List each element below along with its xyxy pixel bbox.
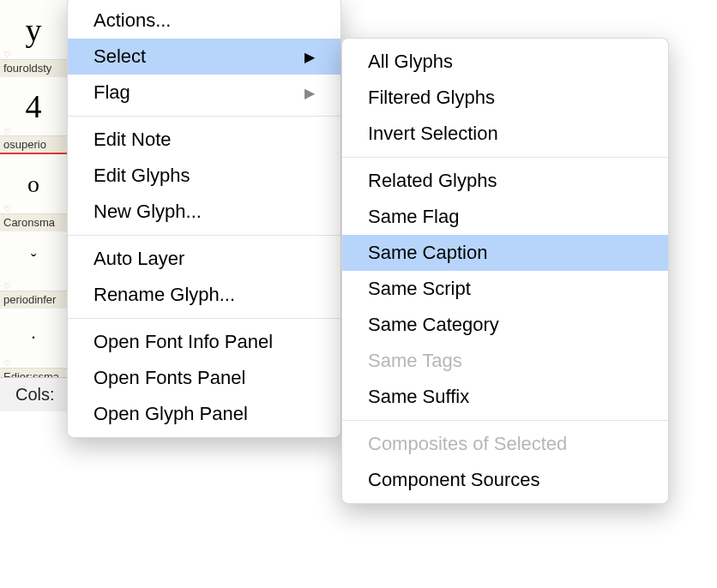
submenu-item-component-sources[interactable]: Component Sources (342, 462, 668, 498)
heart-icon: ♡ (3, 281, 11, 291)
heart-icon: ♡ (3, 127, 11, 136)
menu-label: Composites of Selected (368, 433, 567, 455)
submenu-item-same-category[interactable]: Same Category (342, 307, 668, 343)
menu-separator (342, 157, 668, 158)
menu-item-auto-layer[interactable]: Auto Layer (68, 241, 340, 277)
menu-label: Same Caption (368, 242, 487, 264)
submenu-item-same-tags: Same Tags (342, 343, 668, 379)
menu-label: Same Script (368, 278, 471, 300)
menu-label: Filtered Glyphs (368, 87, 495, 109)
submenu-item-same-caption[interactable]: Same Caption (342, 235, 668, 271)
menu-label: Auto Layer (93, 248, 184, 270)
menu-item-open-font-info[interactable]: Open Font Info Panel (68, 324, 340, 360)
menu-label: Edit Glyphs (93, 165, 190, 187)
menu-label: Edit Note (93, 129, 172, 151)
glyph-grid-column: y ♡ fouroldsty 4 ♡ osuperio o ♡ Caronsma… (0, 0, 67, 386)
menu-item-open-fonts-panel[interactable]: Open Fonts Panel (68, 360, 340, 396)
menu-item-rename-glyph[interactable]: Rename Glyph... (68, 277, 340, 313)
submenu-item-same-script[interactable]: Same Script (342, 271, 668, 307)
glyph-label: Caronsma (0, 213, 67, 231)
menu-label: Flag (93, 81, 130, 104)
submenu-item-composites-selected: Composites of Selected (342, 426, 668, 462)
menu-label: Same Category (368, 314, 499, 336)
submenu-item-invert-selection[interactable]: Invert Selection (342, 116, 668, 152)
menu-item-actions[interactable]: Actions... (68, 3, 340, 39)
menu-label: Actions... (93, 9, 171, 32)
submenu-item-filtered-glyphs[interactable]: Filtered Glyphs (342, 80, 668, 116)
menu-item-edit-note[interactable]: Edit Note (68, 122, 340, 158)
menu-label: Open Glyph Panel (93, 403, 248, 425)
menu-label: Open Font Info Panel (93, 331, 273, 353)
chevron-right-icon: ▶ (304, 85, 315, 101)
glyph-cell[interactable]: ˇ ♡ periodinfer (0, 231, 67, 309)
glyph-label: osuperio (0, 135, 67, 153)
submenu-item-all-glyphs[interactable]: All Glyphs (342, 44, 668, 80)
glyph-cell[interactable]: o ♡ Caronsma (0, 154, 67, 231)
glyph-label: fouroldsty (0, 59, 67, 76)
menu-label: Rename Glyph... (93, 284, 235, 306)
menu-label: Open Fonts Panel (93, 367, 245, 389)
submenu-select: All Glyphs Filtered Glyphs Invert Select… (341, 38, 669, 504)
menu-separator (68, 235, 340, 236)
menu-item-edit-glyphs[interactable]: Edit Glyphs (68, 158, 340, 194)
menu-label: Select (93, 45, 146, 68)
submenu-item-related-glyphs[interactable]: Related Glyphs (342, 163, 668, 199)
glyph-cell[interactable]: · ♡ Edier:ssma (0, 309, 67, 386)
context-menu: Actions... Select ▶ Flag ▶ Edit Note Edi… (67, 0, 341, 438)
heart-icon: ♡ (3, 204, 11, 213)
menu-label: New Glyph... (93, 201, 202, 223)
menu-label: Same Tags (368, 350, 462, 372)
menu-label: All Glyphs (368, 51, 453, 73)
menu-item-open-glyph-panel[interactable]: Open Glyph Panel (68, 396, 340, 432)
menu-item-flag[interactable]: Flag ▶ (68, 75, 340, 111)
menu-separator (342, 420, 668, 421)
menu-separator (68, 318, 340, 319)
menu-item-new-glyph[interactable]: New Glyph... (68, 194, 340, 230)
glyph-label: periodinfer (0, 291, 67, 308)
submenu-item-same-suffix[interactable]: Same Suffix (342, 379, 668, 415)
submenu-item-same-flag[interactable]: Same Flag (342, 199, 668, 235)
menu-label: Related Glyphs (368, 170, 497, 192)
menu-label: Invert Selection (368, 123, 498, 145)
menu-label: Same Flag (368, 206, 459, 228)
menu-label: Component Sources (368, 469, 540, 491)
heart-icon: ♡ (3, 358, 11, 368)
menu-separator (68, 116, 340, 117)
glyph-cell[interactable]: y ♡ fouroldsty (0, 0, 67, 77)
heart-icon: ♡ (3, 50, 11, 59)
glyph-cell[interactable]: 4 ♡ osuperio (0, 77, 67, 154)
chevron-right-icon: ▶ (304, 49, 315, 65)
cols-label: Cols: (0, 377, 67, 411)
menu-label: Same Suffix (368, 386, 469, 408)
menu-item-select[interactable]: Select ▶ (68, 39, 340, 75)
